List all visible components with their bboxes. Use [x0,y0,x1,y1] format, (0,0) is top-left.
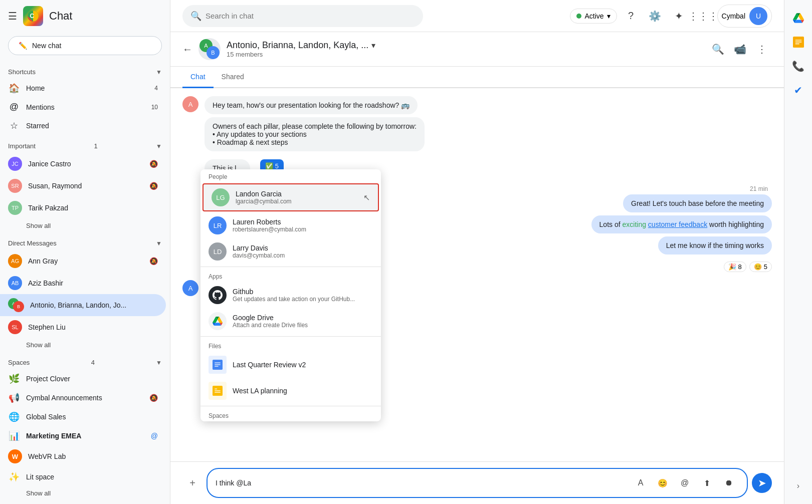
grid-icon: ⋮⋮⋮ [688,10,718,22]
autocomplete-item-landon[interactable]: LG Landon Garcia lgarcia@cymbal.com ↖ [202,183,379,211]
avatar: A [182,96,198,112]
emoji-button[interactable]: 😊 [653,473,673,493]
search-chat-button[interactable]: 🔍 [708,39,728,59]
sidebar-item-lit-space[interactable]: ✨ Lit space [0,467,166,486]
tasks-panel-button[interactable]: ✔ [788,80,808,100]
tab-chat[interactable]: Chat [182,67,214,88]
chat-title-chevron[interactable]: ▾ [371,41,375,50]
reaction-confetti[interactable]: 🎉 8 [724,262,746,272]
sidebar-item-webvr-lab[interactable]: W WebVR Lab [0,445,166,467]
sidebar-item-janice[interactable]: JC Janice Castro 🔕 [0,153,166,175]
search-icon: 🔍 [190,11,201,22]
drive-panel-button[interactable] [788,8,808,28]
menu-icon[interactable]: ☰ [8,10,17,22]
spaces-section: Spaces 4 ▼ 🌿 Project Clover 📢 Cymbal Ann… [0,354,170,502]
avatar-aziz: AB [8,276,22,290]
new-chat-button[interactable]: ✏️ New chat [8,36,162,55]
customer-feedback-link[interactable]: customer feedback [648,220,707,228]
svg-text:C: C [30,13,35,20]
mute-icon-sr: 🔕 [149,182,158,190]
format-text-button[interactable]: A [631,473,651,493]
help-button[interactable]: ? [621,6,641,26]
send-button[interactable]: ➤ [752,473,772,493]
avatar-ann: AG [8,254,22,268]
important-header[interactable]: Important 1 ▼ [0,139,170,153]
autocomplete-item-drive[interactable]: Google Drive Attach and create Drive fil… [200,308,381,334]
more-options-button[interactable]: ⋮ [752,39,772,59]
phone-panel-button[interactable]: 📞 [788,56,808,76]
sidebar-item-project-clover[interactable]: 🌿 Project Clover [0,369,166,388]
autocomplete-item-file2[interactable]: West LA planning [200,378,381,404]
sidebar-item-tarik[interactable]: TP Tarik Pakzad [0,197,166,219]
file1-info: Last Quarter Review v2 [233,361,306,369]
chat-header-actions: 🔍 📹 ⋮ [708,39,772,59]
dm-show-all[interactable]: Show all [0,338,170,352]
message-row: A Hey team, how's our presentation looki… [182,96,772,151]
sidebar-item-ann[interactable]: AG Ann Gray 🔕 [0,250,166,272]
sidebar-item-home[interactable]: 🏠 Home 4 [0,79,166,98]
settings-button[interactable]: ⚙️ [645,6,665,26]
important-section: Important 1 ▼ JC Janice Castro 🔕 SR Susa… [0,137,170,234]
divider-1 [200,267,381,267]
dm-header[interactable]: Direct Messages ▼ [0,236,170,250]
record-button[interactable]: ⏺ [719,473,739,493]
new-chat-icon: ✏️ [19,42,27,50]
sidebar-item-starred[interactable]: ☆ Starred [0,116,166,135]
expand-panel-button[interactable]: › [788,476,808,496]
upload-button[interactable]: ⬆ [697,473,717,493]
cymbal-logo-button[interactable]: Cymbal U [717,5,772,28]
messages-area: A Hey team, how's our presentation looki… [170,88,784,461]
back-button[interactable]: ← [182,44,192,55]
cymbal-label: Cymbal [722,12,745,20]
file-sheet-icon [209,382,227,400]
active-status-button[interactable]: Active ▾ [570,9,617,24]
svg-rect-3 [215,364,221,365]
shortcuts-header[interactable]: Shortcuts ▼ [0,65,170,79]
tab-shared[interactable]: Shared [214,67,252,88]
right-panel: 📞 ✔ › [784,0,812,504]
sidebar-item-mentions[interactable]: @ Mentions 10 [0,98,166,116]
webvr-avatar: W [8,449,22,463]
home-icon: 🏠 [8,83,20,94]
avatar-tarik: TP [8,201,22,215]
autocomplete-item-larry[interactable]: LD Larry Davis davis@cymbal.com [200,238,381,265]
sidebar-item-global-sales[interactable]: 🌐 Global Sales [0,407,166,426]
autocomplete-dropdown: People LG Landon Garcia lgarcia@cymbal.c… [200,169,381,421]
ai-button[interactable]: ✦ [669,6,689,26]
sidebar-item-stephen[interactable]: SL Stephen Liu [0,316,166,338]
spaces-section-label: Spaces [200,408,381,421]
cymbal-announcements-icon: 📢 [8,392,20,403]
reaction-smile[interactable]: 😊 5 [749,262,772,272]
autocomplete-item-file1[interactable]: Last Quarter Review v2 [200,352,381,378]
autocomplete-item-github[interactable]: Github Get updates and take action on yo… [200,282,381,308]
message-bubble-2: Owners of each pillar, please complete t… [205,117,425,151]
search-input[interactable] [206,12,415,20]
people-section-label: People [200,169,381,182]
autocomplete-item-lauren[interactable]: LR Lauren Roberts robertslauren@cymbal.c… [200,212,381,238]
spaces-show-all[interactable]: Show all [0,486,170,500]
github-info: Github Get updates and take action on yo… [233,288,355,303]
sidebar-item-aziz[interactable]: AB Aziz Bashir [0,272,166,294]
chat-title: Antonio, Brianna, Landon, Kayla, ... [227,40,368,51]
message-reactions: 🎉 8 😊 5 [724,262,772,272]
video-chat-button[interactable]: 📹 [730,39,750,59]
add-attachment-button[interactable]: + [182,473,202,493]
sidebar-item-susan[interactable]: SR Susan, Raymond 🔕 [0,175,166,197]
mention-button[interactable]: @ [675,473,695,493]
search-bar[interactable]: 🔍 [182,5,423,27]
active-label: Active [584,12,603,20]
chat-title-area: Antonio, Brianna, Landon, Kayla, ... ▾ 1… [227,40,375,58]
sidebar-item-cymbal-announcements[interactable]: 📢 Cymbal Announcements 🔕 [0,388,166,407]
sidebar-item-antonio-group[interactable]: A B Antonio, Brianna, Landon, Jo... [0,294,166,316]
message-content: Hey team, how's our presentation looking… [205,96,558,151]
drive-icon [209,312,227,330]
sidebar-item-marketing-emea[interactable]: 📊 Marketing EMEA @ [0,426,166,445]
message-input[interactable] [216,479,627,487]
input-area: + A 😊 @ ⬆ ⏺ ➤ [170,461,784,504]
app-logo: C [23,6,43,26]
important-show-all[interactable]: Show all [0,219,170,232]
marketing-emea-icon: 📊 [8,430,20,441]
docs-panel-button[interactable] [788,32,808,52]
apps-button[interactable]: ⋮⋮⋮ [693,6,713,26]
spaces-header[interactable]: Spaces 4 ▼ [0,356,170,369]
